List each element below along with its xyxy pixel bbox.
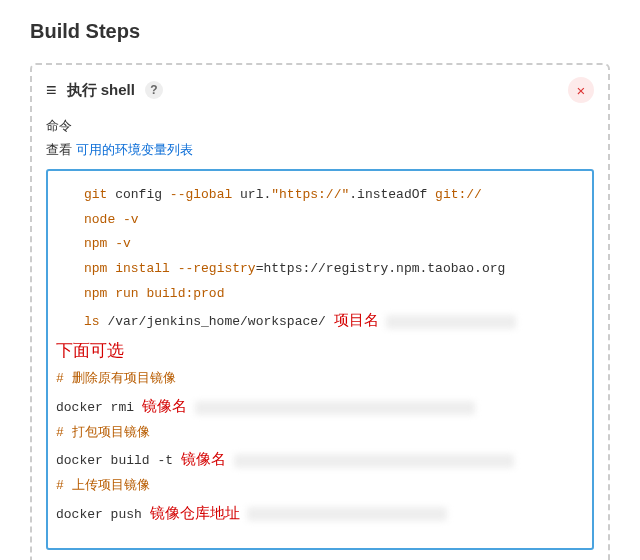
drag-handle-icon[interactable]: ≡: [46, 81, 57, 99]
code-line: git config --global url."https://".inste…: [84, 183, 584, 208]
code-line: npm -v: [84, 232, 584, 257]
step-title: 执行 shell: [67, 81, 135, 100]
redacted-text: [386, 315, 516, 329]
redacted-text: [234, 454, 514, 468]
code-comment: # 删除原有项目镜像: [56, 367, 584, 392]
code-line: docker build -t 镜像名: [56, 445, 584, 474]
env-vars-link[interactable]: 可用的环境变量列表: [76, 142, 193, 157]
code-line: node -v: [84, 208, 584, 233]
code-line: npm run build:prod: [84, 282, 584, 307]
shell-command-input[interactable]: git config --global url."https://".inste…: [46, 169, 594, 550]
code-comment: # 上传项目镜像: [56, 474, 584, 499]
help-icon[interactable]: ?: [145, 81, 163, 99]
redacted-text: [247, 507, 447, 521]
command-label: 命令: [46, 117, 594, 135]
code-line: ls /var/jenkins_home/workspace/ 项目名: [84, 306, 584, 335]
code-comment: # 打包项目镜像: [56, 421, 584, 446]
annotation-image-name: 镜像名: [181, 450, 226, 467]
code-line: docker rmi 镜像名: [56, 392, 584, 421]
annotation-optional: 下面可选: [56, 341, 124, 360]
annotation-project-name: 项目名: [334, 311, 379, 328]
close-icon[interactable]: ×: [568, 77, 594, 103]
redacted-text: [195, 401, 475, 415]
annotation-image-name: 镜像名: [142, 397, 187, 414]
code-line: npm install --registry=https://registry.…: [84, 257, 584, 282]
page-title: Build Steps: [30, 20, 610, 43]
env-vars-hint: 查看 可用的环境变量列表: [46, 141, 594, 159]
annotation-repo-address: 镜像仓库地址: [150, 504, 240, 521]
code-line: docker push 镜像仓库地址: [56, 499, 584, 528]
build-step-card: ≡ 执行 shell ? × 命令 查看 可用的环境变量列表 git confi…: [30, 63, 610, 560]
step-header: ≡ 执行 shell ? ×: [46, 77, 594, 103]
